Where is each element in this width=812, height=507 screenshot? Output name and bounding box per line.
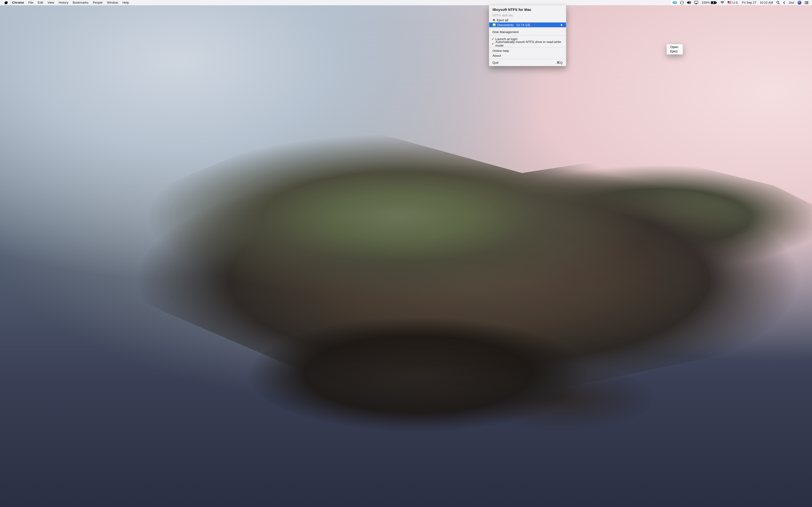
submenu-eject-item[interactable]: Eject xyxy=(667,49,683,54)
about-label: About xyxy=(493,54,501,57)
desktop-wallpaper xyxy=(0,0,812,507)
menu-people[interactable]: People xyxy=(91,0,105,5)
menu-edit[interactable]: Edit xyxy=(36,0,45,5)
battery-percent-label: 100% xyxy=(702,1,710,4)
auto-mount-item[interactable]: ✓ Automatically mount NTFS drive in read… xyxy=(489,41,566,46)
submenu-arrow-icon xyxy=(561,23,563,27)
status-siri[interactable] xyxy=(796,0,803,5)
sync-icon xyxy=(680,1,684,4)
disk-management-item[interactable]: Disk Management xyxy=(489,30,566,34)
battery-icon xyxy=(711,1,717,4)
separator xyxy=(489,35,566,36)
svg-point-7 xyxy=(805,1,806,2)
status-date[interactable]: Fri Sep 27 xyxy=(740,0,758,5)
menu-history[interactable]: History xyxy=(56,0,70,5)
status-wifi[interactable] xyxy=(719,0,726,5)
input-source-label: U.S. xyxy=(732,1,739,4)
disk-list-label: NTFS disk list: xyxy=(489,13,566,18)
quit-label: Quit xyxy=(493,61,499,64)
list-icon xyxy=(805,1,808,4)
status-user[interactable]: Jovi xyxy=(787,0,796,5)
drive-icon xyxy=(493,23,496,26)
app-menu[interactable]: Chrome xyxy=(10,0,26,5)
auto-mount-label: Automatically mount NTFS drive in read-w… xyxy=(495,40,563,47)
checkmark-icon: ✓ xyxy=(491,37,495,41)
date-label: Fri Sep 27 xyxy=(742,1,756,4)
status-airplay[interactable] xyxy=(693,0,700,5)
eject-all-label: Eject all xyxy=(497,18,508,22)
svg-rect-1 xyxy=(695,1,698,4)
dropdown-title: iBoysoft NTFS for Mac xyxy=(489,5,566,13)
status-battery[interactable]: 100% xyxy=(700,0,718,5)
airplay-icon xyxy=(694,1,698,4)
wifi-icon xyxy=(720,1,724,4)
quit-shortcut-label: ⌘Q xyxy=(557,61,563,64)
svg-rect-4 xyxy=(716,2,717,3)
menu-file[interactable]: File xyxy=(26,0,36,5)
apple-logo-icon xyxy=(5,1,8,4)
svg-point-11 xyxy=(805,3,806,4)
about-item[interactable]: About xyxy=(489,53,566,58)
status-iboysoft-ntfs[interactable] xyxy=(671,0,678,5)
svg-rect-10 xyxy=(806,2,808,3)
svg-line-6 xyxy=(778,3,779,4)
separator xyxy=(489,28,566,29)
apple-menu[interactable] xyxy=(2,0,10,5)
online-help-item[interactable]: Online help xyxy=(489,48,566,53)
siri-icon xyxy=(798,1,801,5)
status-time[interactable]: 10:22 AM xyxy=(758,0,775,5)
menu-bar-left: Chrome File Edit View History Bookmarks … xyxy=(2,0,131,5)
chevron-left-icon xyxy=(783,1,785,4)
status-notification-center[interactable] xyxy=(803,0,810,5)
drive-size-label: 10.74 GB xyxy=(516,23,530,27)
menu-bookmarks[interactable]: Bookmarks xyxy=(70,0,91,5)
drive-item-documents[interactable]: Documents 10.74 GB xyxy=(489,22,566,27)
svg-rect-8 xyxy=(806,1,808,2)
ntfs-app-icon xyxy=(672,1,677,4)
svg-point-9 xyxy=(805,2,806,3)
drive-submenu: Open Eject xyxy=(666,44,683,55)
user-name-label: Jovi xyxy=(789,1,794,4)
svg-rect-12 xyxy=(806,3,808,4)
menu-help[interactable]: Help xyxy=(120,0,131,5)
status-back[interactable] xyxy=(781,0,787,5)
status-sync[interactable] xyxy=(678,0,686,5)
drive-name-label: Documents xyxy=(497,23,514,27)
volume-icon xyxy=(687,1,691,4)
eject-icon xyxy=(493,18,495,21)
menu-view[interactable]: View xyxy=(45,0,56,5)
time-label: 10:22 AM xyxy=(760,1,773,4)
quit-item[interactable]: Quit ⌘Q xyxy=(489,60,566,65)
checkmark-icon: ✓ xyxy=(491,42,495,46)
ntfs-dropdown-menu: iBoysoft NTFS for Mac NTFS disk list: Ej… xyxy=(489,5,566,66)
status-input-source[interactable]: U.S. xyxy=(726,0,740,5)
disk-management-label: Disk Management xyxy=(493,30,519,34)
menu-bar: Chrome File Edit View History Bookmarks … xyxy=(0,0,812,5)
eject-all-item[interactable]: Eject all xyxy=(489,18,566,22)
menu-window[interactable]: Window xyxy=(105,0,120,5)
status-volume[interactable] xyxy=(686,0,693,5)
online-help-label: Online help xyxy=(493,49,509,53)
us-flag-icon xyxy=(728,1,731,4)
status-spotlight[interactable] xyxy=(775,0,781,5)
menu-bar-right: 100% U.S. Fri Sep 27 10:22 AM Jovi xyxy=(671,0,810,5)
submenu-open-item[interactable]: Open xyxy=(667,45,683,49)
search-icon xyxy=(776,1,779,4)
